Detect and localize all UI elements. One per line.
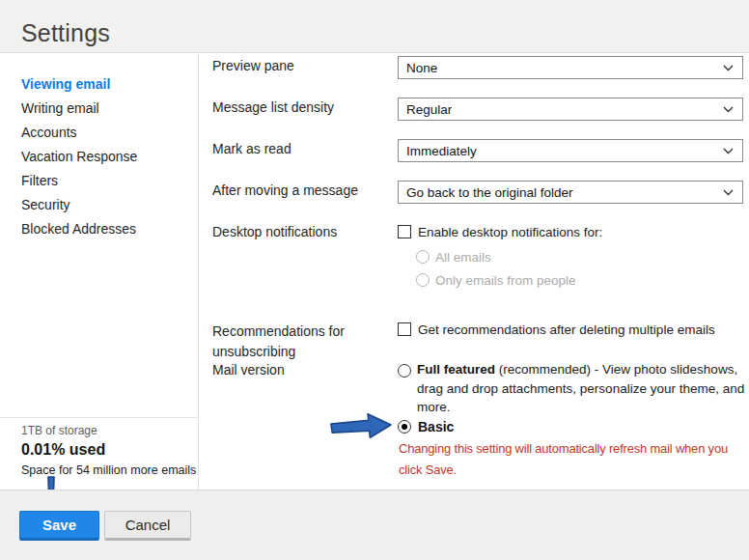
after-moving-select[interactable]: Go back to the original folder <box>398 181 743 204</box>
chevron-down-icon <box>723 106 734 113</box>
get-recommendations-label: Get recommendations after deleting multi… <box>418 322 715 337</box>
sidebar-item-vacation-response[interactable]: Vacation Response <box>21 149 137 168</box>
full-featured-radio[interactable] <box>398 364 411 378</box>
only-emails-from-people-label: Only emails from people <box>435 273 576 288</box>
sidebar-item-security[interactable]: Security <box>21 197 70 216</box>
arrow-right-annotation-icon <box>330 413 394 440</box>
sidebar-divider <box>198 54 199 490</box>
mark-as-read-value: Immediately <box>406 144 477 158</box>
after-moving-value: Go back to the original folder <box>406 185 573 200</box>
sidebar-item-writing-email[interactable]: Writing email <box>21 100 99 120</box>
chevron-down-icon <box>723 148 734 154</box>
all-emails-radio <box>416 250 430 264</box>
label-message-list-density: Message list density <box>212 99 334 115</box>
label-desktop-notifications: Desktop notifications <box>212 224 337 239</box>
full-featured-description: Full featured (recommended) - View photo… <box>417 360 749 417</box>
sidebar-item-blocked-addresses[interactable]: Blocked Addresses <box>21 221 136 240</box>
preview-pane-select[interactable]: None <box>398 56 743 79</box>
message-list-density-select[interactable]: Regular <box>398 98 743 121</box>
sidebar-item-viewing-email[interactable]: Viewing email <box>21 76 110 96</box>
settings-page: Settings Viewing email Writing email Acc… <box>0 0 749 560</box>
sidebar-item-filters[interactable]: Filters <box>21 173 58 192</box>
chevron-down-icon <box>723 65 734 71</box>
mark-as-read-select[interactable]: Immediately <box>398 139 743 162</box>
storage-space: Space for 54 million more emails <box>21 463 196 477</box>
full-featured-name: Full featured <box>417 362 495 377</box>
label-mail-version: Mail version <box>212 362 285 378</box>
page-title: Settings <box>21 19 110 47</box>
only-emails-from-people-radio <box>416 273 430 287</box>
enable-desktop-notifications-label: Enable desktop notifications for: <box>418 225 602 239</box>
sidebar-item-accounts[interactable]: Accounts <box>21 125 77 144</box>
storage-used: 0.01% used <box>21 441 105 459</box>
cancel-button[interactable]: Cancel <box>104 511 191 541</box>
all-emails-label: All emails <box>435 250 491 265</box>
basic-label: Basic <box>418 419 454 434</box>
label-preview-pane: Preview pane <box>212 58 294 73</box>
get-recommendations-checkbox[interactable] <box>398 322 411 336</box>
save-button[interactable]: Save <box>19 511 99 541</box>
enable-desktop-notifications-checkbox[interactable] <box>398 225 411 238</box>
label-mark-as-read: Mark as read <box>212 141 291 156</box>
basic-radio[interactable] <box>398 420 411 434</box>
header-band: Settings <box>0 0 749 53</box>
chevron-down-icon <box>723 189 734 196</box>
label-recommendations-for-unsubscribing: Recommendations for unsubscribing <box>212 322 362 362</box>
refresh-warning-text: Changing this setting will automatically… <box>399 438 746 481</box>
storage-capacity: 1TB of storage <box>21 424 97 437</box>
message-list-density-value: Regular <box>406 102 452 117</box>
storage-divider <box>0 417 198 418</box>
label-after-moving-a-message: After moving a message <box>212 182 358 198</box>
preview-pane-value: None <box>406 61 437 75</box>
